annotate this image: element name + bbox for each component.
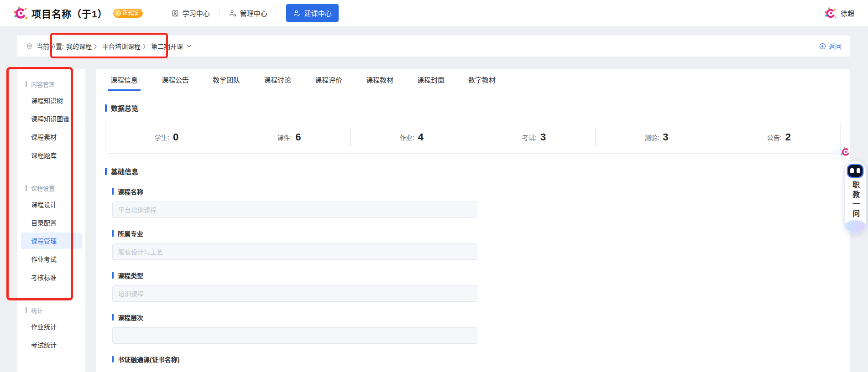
field-label-major: 所属专业 [112,229,841,238]
page-title: 项目名称（于1） [31,6,108,20]
user-edit-icon [293,9,301,17]
build-center-label: 建课中心 [304,8,332,18]
tab-course-info[interactable]: 课程信息 [108,69,141,91]
back-label: 返回 [829,41,842,51]
field-label-course-level: 课程层次 [112,313,841,322]
nav-label: 学习中心 [183,8,210,18]
tab-course-discussion[interactable]: 课程讨论 [261,69,294,91]
avatar [825,7,837,19]
tab-teaching-team[interactable]: 教学团队 [210,69,243,91]
user-icon [171,9,179,17]
app-header: 项目名称（于1） ★ 正式版 学习中心 管理中心 [0,0,868,26]
stat-value: 2 [785,131,791,143]
build-center-button[interactable]: 建课中心 [286,4,339,22]
stat-label: 考试: [522,133,537,142]
section-title-basic-info: 基础信息 [105,166,841,176]
stat-homework: 作业: 4 [350,121,473,153]
tab-course-cover[interactable]: 课程封面 [414,69,447,91]
course-name-input[interactable] [112,202,477,218]
stat-label: 测验: [644,133,659,142]
ai-assistant-widget[interactable]: 职教一问 [844,160,866,233]
tab-course-announcements[interactable]: 课程公告 [159,69,192,91]
course-level-input[interactable] [112,327,477,344]
sidebar-section-title: 统计 [17,305,85,315]
field-label-certificate-course: 书证融通课(证书名称) [112,355,841,364]
location-pin-icon [26,42,33,50]
user-gear-icon [229,9,237,17]
robot-icon [847,164,863,178]
stat-value: 0 [173,131,178,143]
tab-course-textbook[interactable]: 课程教材 [363,69,396,91]
sidebar-item-exam-stats[interactable]: 考试统计 [17,336,85,354]
stat-label: 学生: [155,133,169,142]
stat-students: 学生: 0 [105,121,228,153]
back-arrow-icon [819,42,826,50]
main-panel: 课程信息 课程公告 教学团队 课程讨论 课程评价 课程教材 课程封面 数字教材 … [96,69,850,372]
sidebar-item-homework-stats[interactable]: 作业统计 [17,317,85,336]
nav-label: 管理中心 [240,8,267,18]
nav-divider [219,10,220,16]
tab-course-evaluation[interactable]: 课程评价 [312,69,345,91]
data-overview-card: 学生: 0 课件: 6 作业: 4 考试: 3 测验: 3 公告: 2 [105,121,841,154]
nav-item-admin-center[interactable]: 管理中心 [229,8,267,18]
nav-divider [277,10,277,16]
course-info-content: 数据总览 学生: 0 课件: 6 作业: 4 考试: 3 测验: 3 [96,91,850,372]
stat-label: 公告: [767,133,782,142]
stat-value: 3 [663,131,668,143]
course-tabs: 课程信息 课程公告 教学团队 课程讨论 课程评价 课程教材 课程封面 数字教材 [96,69,850,91]
nav-item-learning-center[interactable]: 学习中心 [171,8,210,18]
field-label-course-name: 课程名称 [112,187,841,196]
stat-value: 6 [295,131,301,143]
chevron-down-icon[interactable] [186,43,192,49]
annotation-box-breadcrumb [50,33,168,58]
sidebar-section-statistics: 统计 作业统计 考试统计 [17,305,85,354]
stat-value: 3 [540,131,546,143]
back-button[interactable]: 返回 [819,41,842,51]
field-label-course-type: 课程类型 [112,271,841,280]
version-badge-label: 正式版 [122,10,139,16]
medal-icon: ★ [115,10,121,16]
stat-label: 作业: [400,133,414,142]
annotation-box-sidebar [6,67,73,300]
stat-courseware: 课件: 6 [228,121,350,153]
section-title-data-overview: 数据总览 [105,103,841,113]
tab-digital-textbook[interactable]: 数字教材 [465,69,498,91]
course-type-input[interactable] [112,285,477,302]
stat-value: 4 [418,131,424,143]
user-name: 徐超 [841,8,854,18]
major-input[interactable] [112,243,477,260]
stat-announcements: 公告: 2 [718,121,840,153]
basic-info-form: 课程名称 所属专业 课程类型 课程层次 书证融通课(证书名称) 暂无 [112,187,841,372]
top-nav: 学习中心 管理中心 建课中心 [171,4,339,22]
app-logo-icon [14,6,27,20]
user-menu[interactable]: 徐超 [825,7,854,19]
stat-label: 课件: [277,133,292,142]
stat-exams: 考试: 3 [473,121,595,153]
floating-logo-icon [841,147,851,157]
ai-assistant-label: 职教一问 [852,181,859,219]
stat-quizzes: 测验: 3 [595,121,717,153]
version-badge: ★ 正式版 [113,9,143,18]
